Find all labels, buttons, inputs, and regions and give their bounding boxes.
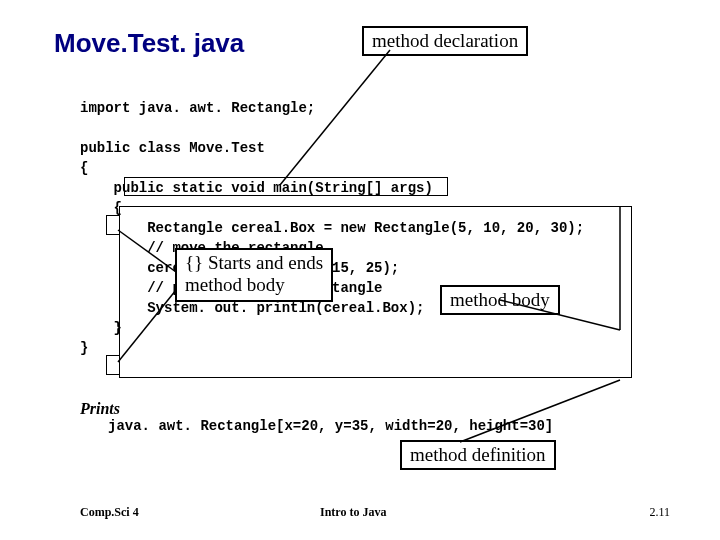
footer-right: 2.11 — [649, 505, 670, 520]
code-line: { — [80, 200, 122, 216]
code-line: { — [80, 160, 88, 176]
highlight-box-args — [124, 177, 448, 196]
callout-braces-line2: method body — [185, 274, 285, 295]
footer-left: Comp.Sci 4 — [80, 505, 139, 520]
slide-title: Move.Test. java — [54, 28, 244, 59]
callout-method-declaration: method declaration — [362, 26, 528, 56]
callout-braces: {} Starts and ends method body — [175, 248, 333, 302]
code-line: public class Move.Test — [80, 140, 265, 156]
footer-center: Intro to Java — [320, 505, 386, 520]
output-text: java. awt. Rectangle[x=20, y=35, width=2… — [108, 418, 553, 434]
highlight-box-open-brace — [106, 215, 120, 235]
callout-method-body: method body — [440, 285, 560, 315]
callout-method-definition: method definition — [400, 440, 556, 470]
output-label: Prints — [80, 400, 120, 418]
callout-braces-line1: {} Starts and ends — [185, 252, 323, 273]
code-line: import java. awt. Rectangle; — [80, 100, 315, 116]
code-line: } — [80, 340, 88, 356]
highlight-box-close-brace — [106, 355, 120, 375]
code-line: } — [80, 320, 122, 336]
